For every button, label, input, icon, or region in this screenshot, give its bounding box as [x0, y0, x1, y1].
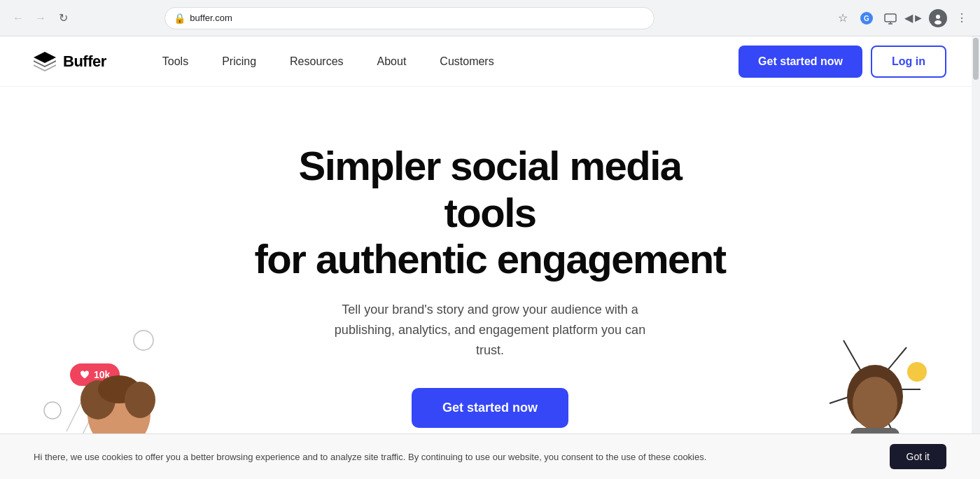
url-text: buffer.com [190, 13, 645, 23]
svg-text:G: G [864, 15, 869, 22]
brand-name: Buffer [63, 53, 106, 71]
profile-button[interactable] [928, 8, 948, 28]
browser-chrome: ← → ↻ 🔒 buffer.com ☆ G ◀► ⋮ [0, 0, 980, 36]
hero-subtitle: Tell your brand's story and grow your au… [322, 300, 658, 360]
reload-button[interactable]: ↻ [53, 8, 73, 28]
forward-button[interactable]: → [31, 8, 50, 28]
svg-point-17 [125, 382, 155, 418]
hero-title-line1: Simpler social media tools [298, 143, 681, 235]
nav-buttons: ← → ↻ [8, 8, 73, 28]
address-bar[interactable]: 🔒 buffer.com [164, 7, 654, 29]
scrollbar-thumb[interactable] [973, 38, 979, 80]
back-button[interactable]: ← [8, 8, 28, 28]
nav-about[interactable]: About [363, 50, 421, 74]
decorative-circle [133, 330, 154, 351]
lock-icon: 🔒 [174, 13, 186, 24]
svg-point-7 [934, 20, 941, 25]
navbar: Buffer Tools Pricing Resources About Cus… [0, 36, 980, 87]
nav-tools[interactable]: Tools [148, 50, 202, 74]
cookie-banner-text: Hi there, we use cookies to offer you a … [34, 452, 876, 462]
cookie-banner: Hi there, we use cookies to offer you a … [0, 433, 980, 479]
hero-cta-button[interactable]: Get started now [412, 388, 568, 428]
cookie-ok-button[interactable]: Got it [890, 444, 946, 469]
profile-avatar [929, 9, 947, 27]
page-scrollbar[interactable] [972, 36, 980, 479]
website: Buffer Tools Pricing Resources About Cus… [0, 36, 980, 479]
hero-title: Simpler social media tools for authentic… [252, 143, 728, 283]
buffer-logo-icon [34, 52, 56, 71]
nav-pricing[interactable]: Pricing [208, 50, 270, 74]
hero-section: 10k [0, 87, 980, 479]
navbar-get-started-button[interactable]: Get started now [738, 46, 862, 78]
nav-resources[interactable]: Resources [276, 50, 357, 74]
browser-toolbar-right: ☆ G ◀► ⋮ [833, 8, 972, 28]
navbar-actions: Get started now Log in [738, 46, 946, 78]
hero-title-line2: for authentic engagement [255, 236, 726, 282]
navbar-login-button[interactable]: Log in [871, 46, 946, 78]
bookmark-button[interactable]: ☆ [833, 8, 853, 28]
extension-screen-button[interactable] [881, 8, 900, 28]
svg-point-6 [936, 15, 940, 19]
nav-customers[interactable]: Customers [426, 50, 507, 74]
navbar-nav: Tools Pricing Resources About Customers [148, 50, 738, 74]
menu-button[interactable]: ⋮ [952, 8, 972, 28]
svg-marker-8 [34, 52, 56, 63]
extension-google-button[interactable]: G [857, 8, 876, 28]
svg-rect-2 [885, 14, 896, 22]
svg-marker-10 [34, 64, 56, 71]
extensions-button[interactable]: ◀► [904, 8, 924, 28]
svg-point-27 [853, 377, 897, 430]
brand-logo[interactable]: Buffer [34, 52, 106, 71]
